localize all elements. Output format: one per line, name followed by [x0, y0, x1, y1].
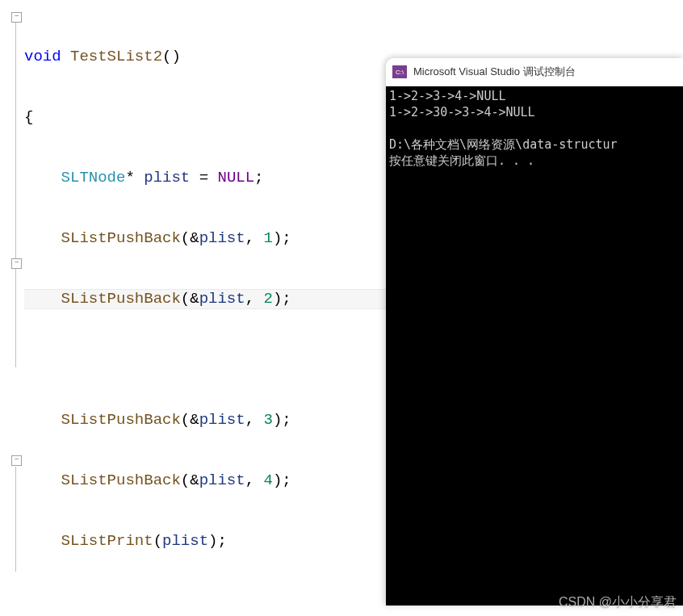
code-line[interactable] [24, 592, 383, 612]
code-line[interactable]: void TestSList2() [24, 47, 383, 67]
console-line: D:\各种文档\网络资源\data-structur [389, 137, 618, 152]
fold-toggle-icon[interactable]: − [11, 455, 22, 466]
code-line[interactable]: SListPushBack(&plist, 2); [24, 289, 383, 309]
code-line[interactable]: SListPushBack(&plist, 3); [24, 410, 383, 430]
console-title: Microsoft Visual Studio 调试控制台 [413, 65, 576, 79]
fold-toggle-icon[interactable]: − [11, 258, 22, 269]
code-content[interactable]: void TestSList2() { SLTNode* plist = NUL… [24, 6, 383, 616]
console-titlebar[interactable]: C:\ Microsoft Visual Studio 调试控制台 [386, 58, 683, 86]
code-line[interactable]: { [24, 107, 383, 128]
console-window[interactable]: C:\ Microsoft Visual Studio 调试控制台 1->2->… [386, 58, 683, 606]
console-app-icon: C:\ [392, 65, 407, 78]
code-line[interactable]: SListPushBack(&plist, 4); [24, 471, 383, 491]
fold-toggle-icon[interactable]: − [11, 12, 22, 23]
code-line[interactable]: SListPrint(plist); [24, 531, 383, 551]
code-line[interactable]: SListPushBack(&plist, 1); [24, 228, 383, 249]
editor-gutter: − − − [0, 0, 24, 616]
code-line[interactable]: SLTNode* plist = NULL; [24, 168, 383, 188]
code-line[interactable] [24, 350, 383, 370]
console-output[interactable]: 1->2->3->4->NULL 1->2->30->3->4->NULL D:… [386, 86, 683, 606]
console-line: 按任意键关闭此窗口. . . [389, 153, 534, 168]
console-line: 1->2->3->4->NULL [389, 89, 506, 103]
console-line: 1->2->30->3->4->NULL [389, 105, 535, 119]
